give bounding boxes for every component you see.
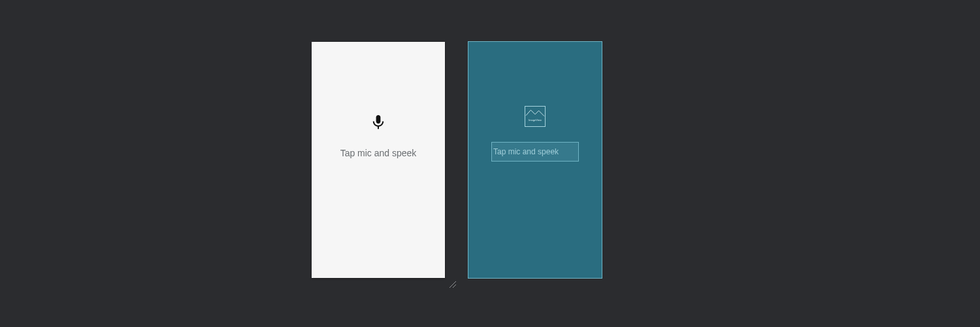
svg-line-1 (453, 284, 456, 288)
svg-line-0 (449, 281, 456, 288)
imageview-caption: ImageView (529, 119, 542, 122)
image-placeholder-icon (525, 107, 545, 118)
mic-icon (372, 115, 384, 131)
textview-value: Tap mic and speek (493, 147, 559, 156)
mic-button[interactable] (370, 115, 386, 131)
textview-placeholder[interactable]: Tap mic and speek (491, 142, 579, 162)
preview-artboard: Tap mic and speek (312, 42, 445, 278)
resize-handle[interactable] (448, 280, 456, 288)
blueprint-artboard: ImageView Tap mic and speek (468, 42, 602, 278)
prompt-label: Tap mic and speek (312, 148, 445, 158)
imageview-placeholder[interactable]: ImageView (525, 106, 546, 127)
